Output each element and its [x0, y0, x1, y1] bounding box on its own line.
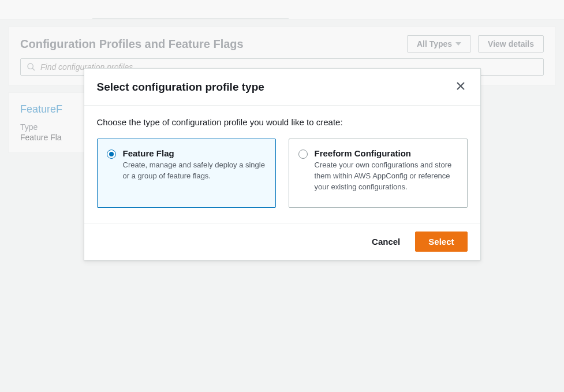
option-title: Freeform Configuration: [315, 148, 458, 158]
modal-overlay: Select configuration profile type Choose…: [0, 0, 564, 392]
radio-icon: [107, 150, 116, 159]
option-feature-flag[interactable]: Feature Flag Create, manage and safely d…: [97, 139, 276, 208]
select-profile-type-modal: Select configuration profile type Choose…: [84, 68, 481, 260]
option-description: Create, manage and safely deploy a singl…: [123, 160, 266, 182]
option-freeform-configuration[interactable]: Freeform Configuration Create your own c…: [289, 139, 468, 208]
modal-body: Choose the type of configuration profile…: [84, 106, 480, 223]
modal-footer: Cancel Select: [84, 223, 480, 260]
modal-instruction: Choose the type of configuration profile…: [97, 117, 468, 127]
select-button[interactable]: Select: [415, 232, 467, 252]
close-button[interactable]: [454, 79, 468, 95]
close-icon: [456, 81, 465, 91]
option-description: Create your own configurations and store…: [315, 160, 458, 193]
cancel-button[interactable]: Cancel: [364, 232, 408, 251]
option-group: Feature Flag Create, manage and safely d…: [97, 139, 468, 208]
modal-title: Select configuration profile type: [97, 81, 454, 94]
radio-icon: [298, 150, 308, 159]
option-title: Feature Flag: [123, 148, 266, 158]
modal-header: Select configuration profile type: [84, 69, 480, 106]
